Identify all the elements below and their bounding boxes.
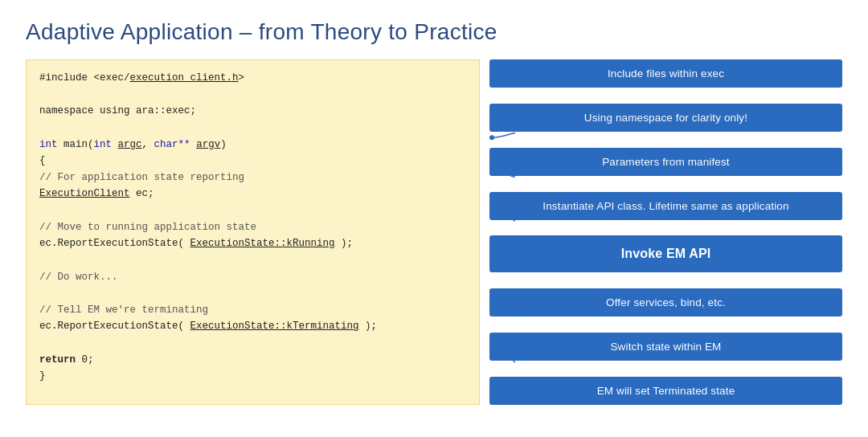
code-line-brace_close: } bbox=[39, 368, 466, 385]
slide-title: Adaptive Application – from Theory to Pr… bbox=[26, 19, 842, 45]
code-line-ec_decl: ExecutionClient ec; bbox=[39, 186, 466, 202]
code-line-comment3: // Do work... bbox=[39, 269, 466, 286]
code-line-include: #include <exec/execution_client.h> bbox=[39, 70, 466, 87]
code-line-comment4: // Tell EM we're terminating bbox=[39, 302, 466, 319]
label-offer_label: Offer services, bind, etc. bbox=[489, 288, 842, 317]
labels-panel: Include files within execUsing namespace… bbox=[489, 59, 842, 405]
code-line-comment2: // Move to running application state bbox=[39, 219, 466, 236]
code-line-blank4 bbox=[39, 252, 466, 269]
code-panel: #include <exec/execution_client.h> names… bbox=[26, 59, 480, 405]
code-line-blank1 bbox=[39, 87, 466, 104]
code-line-comment1: // For application state reporting bbox=[39, 169, 466, 186]
label-switch_label: Switch state within EM bbox=[489, 333, 842, 361]
code-line-brace_open: { bbox=[39, 153, 466, 169]
label-namespace_label: Using namespace for clarity only! bbox=[489, 104, 842, 132]
main-content: #include <exec/execution_client.h> names… bbox=[26, 59, 842, 405]
code-line-report_term: ec.ReportExecutionState( ExecutionState:… bbox=[39, 318, 466, 335]
label-instantiate_label: Instantiate API class. Lifetime same as … bbox=[489, 192, 842, 220]
slide: Adaptive Application – from Theory to Pr… bbox=[0, 0, 868, 437]
label-params_label: Parameters from manifest bbox=[489, 148, 842, 176]
code-line-return: return 0; bbox=[39, 352, 466, 369]
label-invoke_label: Invoke EM API bbox=[489, 235, 842, 272]
code-line-blank3 bbox=[39, 202, 466, 219]
code-line-blank5 bbox=[39, 285, 466, 302]
code-line-report_running: ec.ReportExecutionState( ExecutionState:… bbox=[39, 235, 466, 252]
label-terminated_label: EM will set Terminated state bbox=[489, 377, 842, 405]
code-line-namespace: namespace using ara::exec; bbox=[39, 103, 466, 120]
label-include_label: Include files within exec bbox=[489, 59, 842, 88]
code-line-blank6 bbox=[39, 335, 466, 352]
code-line-blank2 bbox=[39, 120, 466, 137]
code-line-main: int main(int argc, char** argv) bbox=[39, 137, 466, 153]
